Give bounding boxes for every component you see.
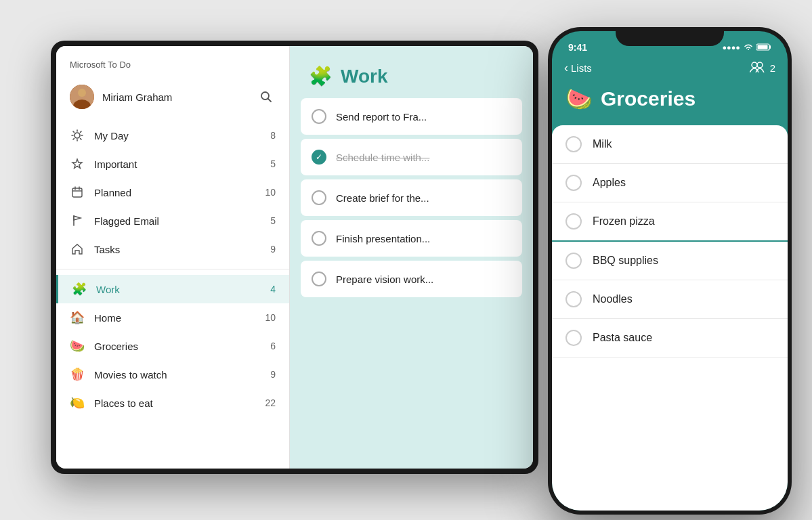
main-content: 🧩 Work Send report to Fra... ✓ Schedule … bbox=[290, 46, 533, 469]
home-list-count: 10 bbox=[265, 312, 276, 323]
phone-header: ‹ Lists 2 bbox=[552, 56, 788, 83]
flagged-email-label: Flagged Email bbox=[94, 215, 265, 227]
sun-icon bbox=[70, 128, 85, 143]
task-item[interactable]: Finish presentation... bbox=[301, 220, 522, 257]
sidebar-item-movies[interactable]: 🍿 Movies to watch 9 bbox=[56, 360, 289, 389]
task-checkbox[interactable] bbox=[312, 231, 326, 246]
svg-marker-15 bbox=[72, 159, 82, 169]
grocery-text: Apples bbox=[593, 177, 626, 189]
task-text: Send report to Fra... bbox=[336, 111, 511, 123]
home-icon bbox=[70, 242, 85, 257]
task-item[interactable]: Prepare vision work... bbox=[301, 261, 522, 297]
task-checkbox[interactable] bbox=[312, 190, 326, 205]
grocery-checkbox[interactable] bbox=[565, 330, 582, 346]
sidebar-item-important[interactable]: Important 5 bbox=[56, 150, 289, 178]
status-icons: ●●●● bbox=[722, 43, 771, 52]
sidebar-item-work[interactable]: 🧩 Work 4 bbox=[56, 275, 289, 303]
groceries-list-count: 6 bbox=[270, 341, 276, 351]
task-checkbox[interactable] bbox=[312, 109, 326, 124]
my-day-label: My Day bbox=[94, 130, 265, 142]
task-text: Prepare vision work... bbox=[336, 274, 511, 285]
grocery-text: Milk bbox=[593, 138, 612, 150]
grocery-checkbox[interactable] bbox=[565, 253, 582, 269]
avatar bbox=[70, 85, 94, 109]
phone-tasks-list: Milk Apples Frozen pizza BBQ supplies No… bbox=[552, 125, 788, 511]
back-arrow-icon: ‹ bbox=[564, 61, 568, 75]
work-emoji-icon: 🧩 bbox=[72, 282, 87, 297]
list-emoji: 🧩 bbox=[309, 65, 333, 87]
phone-header-actions: 2 bbox=[750, 62, 775, 74]
star-icon bbox=[70, 156, 85, 171]
grocery-checkbox[interactable] bbox=[565, 136, 582, 152]
movies-emoji-icon: 🍿 bbox=[70, 367, 85, 382]
svg-point-2 bbox=[78, 89, 86, 97]
grocery-checkbox[interactable] bbox=[565, 213, 582, 230]
sidebar-item-home[interactable]: 🏠 Home 10 bbox=[56, 303, 289, 332]
people-icon bbox=[750, 62, 765, 74]
work-label: Work bbox=[96, 284, 265, 295]
planned-count: 10 bbox=[265, 187, 276, 198]
flagged-email-count: 5 bbox=[270, 215, 276, 226]
calendar-icon bbox=[70, 185, 85, 200]
groceries-emoji-icon: 🍉 bbox=[70, 339, 85, 353]
svg-point-6 bbox=[74, 133, 80, 138]
sidebar: Microsoft To Do Miriam Graham bbox=[56, 46, 290, 469]
grocery-item[interactable]: Frozen pizza bbox=[552, 202, 788, 242]
sidebar-divider bbox=[56, 269, 289, 269]
user-name: Miriam Graham bbox=[102, 91, 257, 103]
svg-line-13 bbox=[81, 131, 81, 132]
task-text: Finish presentation... bbox=[336, 233, 511, 244]
phone-device: 9:41 ●●●● bbox=[548, 27, 792, 515]
grocery-item[interactable]: Noodles bbox=[552, 280, 788, 319]
battery-icon bbox=[756, 43, 771, 52]
phone-time: 9:41 bbox=[568, 42, 587, 53]
grocery-checkbox[interactable] bbox=[565, 291, 582, 307]
sidebar-item-my-day[interactable]: My Day 8 bbox=[56, 121, 289, 150]
svg-line-5 bbox=[268, 99, 272, 102]
task-checkbox-checked[interactable]: ✓ bbox=[312, 150, 326, 165]
search-button[interactable] bbox=[257, 87, 276, 106]
task-checkbox[interactable] bbox=[312, 272, 326, 286]
movies-label: Movies to watch bbox=[94, 369, 265, 381]
grocery-checkbox[interactable] bbox=[565, 175, 582, 191]
groceries-emoji: 🍉 bbox=[565, 86, 593, 112]
tasks-count: 9 bbox=[270, 244, 276, 255]
task-item[interactable]: Create brief for the... bbox=[301, 179, 522, 216]
grocery-item[interactable]: Apples bbox=[552, 164, 788, 202]
planned-label: Planned bbox=[94, 187, 259, 198]
task-item[interactable]: Send report to Fra... bbox=[301, 98, 522, 135]
grocery-item[interactable]: Milk bbox=[552, 125, 788, 164]
wifi-icon bbox=[744, 43, 753, 52]
sidebar-item-places[interactable]: 🍋 Places to eat 22 bbox=[56, 389, 289, 417]
grocery-item[interactable]: Pasta sauce bbox=[552, 319, 788, 358]
flag-icon bbox=[70, 213, 85, 228]
svg-rect-16 bbox=[72, 188, 82, 197]
important-label: Important bbox=[94, 158, 265, 170]
task-item[interactable]: ✓ Schedule time with... bbox=[301, 139, 522, 175]
phone-screen: 9:41 ●●●● bbox=[552, 31, 788, 511]
groceries-title: Groceries bbox=[601, 87, 696, 110]
svg-line-11 bbox=[73, 131, 74, 132]
task-text: Create brief for the... bbox=[336, 192, 511, 204]
grocery-text: BBQ supplies bbox=[593, 255, 658, 267]
grocery-item[interactable]: BBQ supplies bbox=[552, 242, 788, 280]
tablet-screen: Microsoft To Do Miriam Graham bbox=[56, 46, 533, 469]
list-header: 🧩 Work bbox=[290, 46, 533, 98]
svg-rect-21 bbox=[758, 45, 768, 49]
back-button[interactable]: ‹ Lists bbox=[564, 61, 592, 75]
places-label: Places to eat bbox=[94, 397, 259, 409]
people-count: 2 bbox=[770, 62, 775, 74]
svg-line-14 bbox=[73, 139, 74, 139]
svg-point-22 bbox=[752, 62, 757, 68]
signal-icon: ●●●● bbox=[722, 43, 740, 51]
groceries-list-label: Groceries bbox=[94, 341, 265, 352]
svg-point-23 bbox=[757, 62, 763, 68]
user-profile[interactable]: Miriam Graham bbox=[56, 78, 289, 116]
sidebar-item-groceries[interactable]: 🍉 Groceries 6 bbox=[56, 332, 289, 360]
sidebar-item-flagged-email[interactable]: Flagged Email 5 bbox=[56, 207, 289, 235]
sidebar-item-tasks[interactable]: Tasks 9 bbox=[56, 235, 289, 263]
back-label: Lists bbox=[571, 62, 592, 74]
sidebar-item-planned[interactable]: Planned 10 bbox=[56, 178, 289, 207]
home-list-label: Home bbox=[94, 312, 259, 324]
grocery-text: Pasta sauce bbox=[593, 332, 652, 344]
